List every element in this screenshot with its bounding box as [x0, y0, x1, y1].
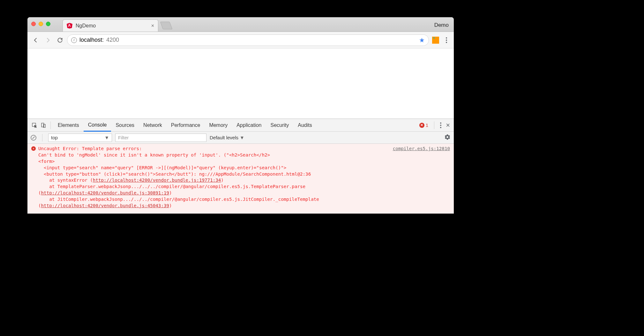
error-log-entry[interactable]: ✕ Uncaught Error: Template parse errors:…: [31, 146, 450, 209]
site-info-icon[interactable]: i: [71, 37, 77, 43]
devtools-tab-audits[interactable]: Audits: [293, 119, 316, 132]
url-host: localhost:: [79, 37, 104, 43]
extension-icon[interactable]: [432, 37, 439, 44]
console-output: ✕ Uncaught Error: Template parse errors:…: [27, 144, 454, 214]
filter-placeholder: Filter: [118, 135, 129, 140]
context-value: top: [51, 135, 58, 140]
devtools-tab-application[interactable]: Application: [232, 119, 266, 132]
error-count-badge[interactable]: ✕ 1: [419, 122, 428, 128]
minimize-window-button[interactable]: [39, 22, 43, 26]
close-tab-icon[interactable]: ×: [151, 23, 154, 29]
new-tab-button[interactable]: [160, 22, 173, 29]
chevron-down-icon: ▼: [104, 135, 109, 140]
console-toolbar: top ▼ Filter Default levels ▼: [27, 132, 454, 144]
devtools-close-button[interactable]: ×: [445, 121, 451, 129]
levels-label: Default levels: [210, 135, 238, 140]
filter-input[interactable]: Filter: [115, 134, 206, 142]
url-port: 4200: [106, 37, 119, 43]
error-count: 1: [426, 122, 428, 128]
maximize-window-button[interactable]: [46, 22, 50, 26]
stack-link[interactable]: http://localhost:4200/vendor.bundle.js:4…: [41, 203, 169, 208]
bookmark-star-icon[interactable]: ★: [419, 36, 425, 44]
chevron-down-icon: ▼: [240, 135, 244, 140]
error-message: Uncaught Error: Template parse errors: C…: [38, 146, 384, 209]
context-select[interactable]: top ▼: [48, 134, 112, 142]
tab-strip: NgDemo × Demo: [27, 17, 454, 32]
close-window-button[interactable]: [31, 22, 36, 26]
stack-link[interactable]: http://localhost:4200/vendor.bundle.js:3…: [41, 190, 169, 195]
error-source-link[interactable]: compiler.es5.js:12810: [386, 146, 450, 152]
tab-title: NgDemo: [76, 23, 96, 29]
back-button[interactable]: [31, 35, 41, 45]
devtools-menu-button[interactable]: [440, 122, 441, 128]
url-input[interactable]: i localhost:4200 ★: [67, 34, 429, 46]
devtools-tab-memory[interactable]: Memory: [205, 119, 232, 132]
address-bar: i localhost:4200 ★: [27, 32, 454, 48]
forward-button[interactable]: [43, 35, 53, 45]
error-icon: ✕: [419, 123, 424, 128]
devtools-tab-console[interactable]: Console: [84, 119, 111, 132]
console-settings-icon[interactable]: [444, 134, 451, 141]
clear-console-icon[interactable]: [31, 135, 36, 141]
page-viewport: [27, 48, 454, 119]
devtools-tab-security[interactable]: Security: [266, 119, 293, 132]
stack-link[interactable]: http://localhost:4200/vendor.bundle.js:1…: [93, 178, 221, 183]
chrome-menu-button[interactable]: [442, 37, 451, 43]
devtools-tab-elements[interactable]: Elements: [53, 119, 84, 132]
devtools-tab-performance[interactable]: Performance: [167, 119, 205, 132]
browser-window: NgDemo × Demo i localhost:4200 ★: [27, 17, 454, 214]
reload-button[interactable]: [55, 35, 65, 45]
window-controls: [31, 22, 50, 26]
device-toolbar-icon[interactable]: [39, 122, 48, 128]
profile-label[interactable]: Demo: [434, 22, 449, 28]
devtools-tab-bar: Elements Console Sources Network Perform…: [27, 119, 454, 132]
angular-icon: [67, 23, 72, 29]
devtools-tab-network[interactable]: Network: [139, 119, 167, 132]
devtools-panel: Elements Console Sources Network Perform…: [27, 119, 454, 214]
error-icon: ✕: [31, 146, 36, 151]
log-levels-select[interactable]: Default levels ▼: [210, 135, 244, 140]
browser-tab[interactable]: NgDemo ×: [63, 19, 158, 32]
devtools-tab-sources[interactable]: Sources: [111, 119, 139, 132]
inspect-element-icon[interactable]: [30, 122, 39, 128]
